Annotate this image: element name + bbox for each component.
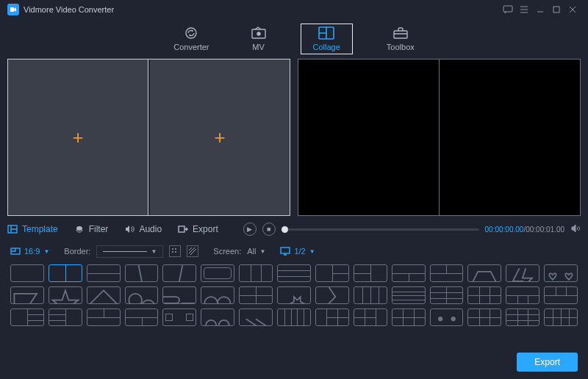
export-button[interactable]: Export <box>517 353 578 372</box>
tpl-1x1[interactable] <box>10 264 44 282</box>
chevron-down-icon: ▼ <box>43 248 49 255</box>
monitor-icon <box>280 247 290 256</box>
tpl-col-mixed-a[interactable] <box>10 308 44 326</box>
tpl-grid-mixed-b[interactable] <box>544 286 578 304</box>
border-color-button[interactable] <box>169 245 181 257</box>
svg-point-12 <box>172 251 173 253</box>
tpl-1x3[interactable] <box>239 264 273 282</box>
tpl-2circ-inset[interactable] <box>201 308 234 326</box>
tpl-1x4[interactable] <box>354 286 387 304</box>
tpl-star[interactable] <box>49 286 82 304</box>
template-icon <box>7 225 18 234</box>
tpl-3x2b[interactable] <box>315 308 349 326</box>
volume-icon[interactable] <box>570 224 581 234</box>
tpl-puzzle[interactable] <box>162 286 196 304</box>
tab-toolbox[interactable]: Toolbox <box>379 24 422 54</box>
tpl-grid-3x3[interactable] <box>506 308 539 326</box>
tpl-1x5[interactable] <box>277 308 311 326</box>
tpl-3x1[interactable] <box>277 264 311 282</box>
border-style-select[interactable]: ▼ <box>96 245 163 258</box>
tpl-4x1[interactable] <box>392 286 426 304</box>
tpl-diag-a[interactable] <box>125 264 159 282</box>
tpl-diamond[interactable] <box>87 286 121 304</box>
tpl-quad-b[interactable] <box>125 308 159 326</box>
tpl-2circles-b[interactable] <box>201 286 234 304</box>
minimize-button[interactable] <box>532 1 548 18</box>
stop-button[interactable]: ■ <box>262 223 276 236</box>
play-button[interactable]: ▶ <box>243 223 257 236</box>
tpl-3x2c[interactable] <box>354 308 387 326</box>
tpl-2x2[interactable] <box>239 286 273 304</box>
top-nav: Converter MV Collage Toolbox <box>0 19 588 59</box>
screen-select[interactable]: All ▼ <box>247 247 265 256</box>
tpl-flag[interactable] <box>10 286 44 304</box>
subtab-template[interactable]: Template <box>7 224 58 234</box>
svg-point-28 <box>451 317 455 321</box>
playback-bar: ▶ ■ 00:00:00.00/00:00:01.00 <box>234 223 581 236</box>
tpl-arrows[interactable] <box>239 308 273 326</box>
tpl-burst[interactable] <box>277 286 311 304</box>
aspect-icon <box>10 247 21 256</box>
tab-collage[interactable]: Collage <box>301 24 353 54</box>
tpl-col-mixed-b[interactable] <box>49 308 82 326</box>
svg-point-23 <box>205 297 218 304</box>
tpl-4x2[interactable] <box>544 308 578 326</box>
svg-point-2 <box>186 28 196 38</box>
collage-cell-2[interactable]: + <box>150 59 290 215</box>
svg-point-11 <box>175 248 176 250</box>
app-logo-icon <box>7 4 19 15</box>
close-button[interactable] <box>564 1 581 18</box>
svg-point-27 <box>438 317 442 321</box>
svg-rect-8 <box>179 226 184 232</box>
border-pattern-button[interactable] <box>187 245 198 257</box>
aspect-ratio-select[interactable]: 16:9 ▼ <box>10 247 49 256</box>
tpl-hex-inset[interactable] <box>467 264 501 282</box>
page-select[interactable]: 1/2 ▼ <box>280 247 315 256</box>
svg-rect-0 <box>503 6 512 12</box>
svg-rect-1 <box>553 7 559 12</box>
title-bar: Vidmore Video Converter <box>0 0 588 19</box>
tpl-3x3-partial[interactable] <box>467 308 501 326</box>
subtab-audio[interactable]: Audio <box>124 224 162 234</box>
tpl-t-right[interactable] <box>354 264 387 282</box>
tpl-t-left[interactable] <box>315 264 349 282</box>
tpl-1x2[interactable] <box>49 264 82 282</box>
tpl-bolt-inset[interactable] <box>506 264 539 282</box>
tpl-grid-3x2a[interactable] <box>467 286 501 304</box>
tab-mv[interactable]: MV <box>243 24 274 54</box>
app-title: Vidmore Video Converter <box>24 5 114 14</box>
seek-knob[interactable] <box>282 226 288 233</box>
svg-point-22 <box>142 300 155 304</box>
menu-icon[interactable] <box>516 1 532 18</box>
tpl-grid-2x3a[interactable] <box>430 286 464 304</box>
svg-point-24 <box>218 297 231 304</box>
maximize-button[interactable] <box>548 1 564 18</box>
options-row: 16:9 ▼ Border: ▼ Screen: All ▼ 1/2 ▼ <box>0 239 588 263</box>
collage-cell-1[interactable]: + <box>8 59 148 215</box>
svg-point-10 <box>172 248 173 250</box>
seek-track[interactable] <box>282 228 479 231</box>
filter-icon <box>74 225 85 234</box>
svg-marker-19 <box>52 290 78 304</box>
tpl-hearts[interactable] <box>544 264 578 282</box>
tpl-2x1[interactable] <box>87 264 121 282</box>
svg-point-13 <box>175 251 176 253</box>
tpl-quad-a[interactable] <box>87 308 121 326</box>
border-control: Border: ▼ <box>64 245 198 258</box>
tpl-grid-mixed-a[interactable] <box>506 286 539 304</box>
tpl-t-top[interactable] <box>392 264 426 282</box>
tpl-diag-b[interactable] <box>162 264 196 282</box>
tab-converter[interactable]: Converter <box>166 24 216 54</box>
tpl-t-bottom[interactable] <box>430 264 464 282</box>
tpl-2x3b[interactable] <box>392 308 426 326</box>
subtab-export[interactable]: Export <box>178 224 218 234</box>
tpl-2sq-inset[interactable] <box>162 308 196 326</box>
tpl-dots[interactable] <box>430 308 464 326</box>
tpl-rounded-inset[interactable] <box>201 264 234 282</box>
feedback-icon[interactable] <box>500 1 516 18</box>
svg-point-26 <box>219 320 229 326</box>
subtab-filter[interactable]: Filter <box>74 224 109 234</box>
tpl-2circles-a[interactable] <box>125 286 159 304</box>
tpl-zigzag[interactable] <box>315 286 349 304</box>
export-icon <box>178 225 188 234</box>
